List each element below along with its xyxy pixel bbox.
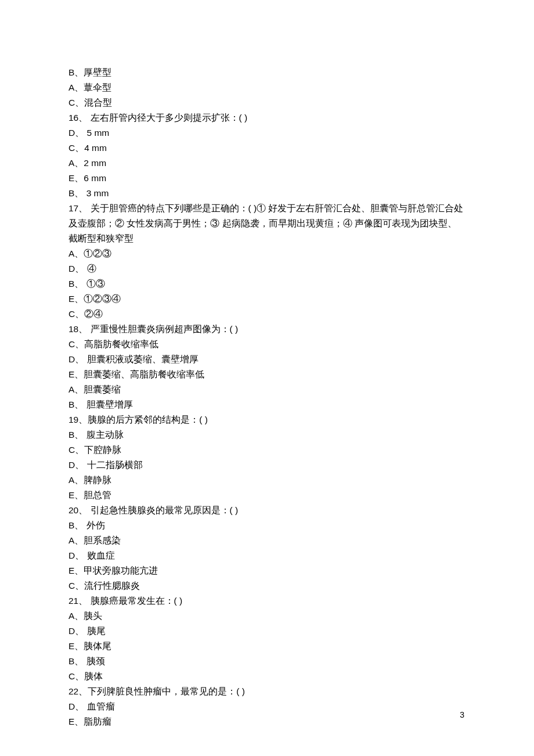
option-text: C、高脂肪餐收缩率低	[68, 337, 466, 352]
question-text: 22、下列脾脏良性肿瘤中，最常见的是：( )	[68, 684, 466, 699]
option-text: D、 胆囊积液或萎缩、囊壁增厚	[68, 352, 466, 367]
option-text: D、 败血症	[68, 548, 466, 563]
option-text: C、流行性腮腺炎	[68, 578, 466, 593]
option-text: E、6 mm	[68, 171, 466, 186]
option-text: E、胆囊萎缩、高脂肪餐收缩率低	[68, 367, 466, 382]
option-text: E、甲状旁腺功能亢进	[68, 563, 466, 578]
option-text: D、 血管瘤	[68, 699, 466, 714]
option-text: D、 胰尾	[68, 624, 466, 639]
option-text: A、胆系感染	[68, 533, 466, 548]
option-text: B、 ①③	[68, 276, 466, 291]
option-text: B、厚壁型	[68, 65, 466, 80]
option-text: C、混合型	[68, 95, 466, 110]
question-text: 17、 关于胆管癌的特点下列哪些是正确的：( )① 好发于左右肝管汇合处、胆囊管…	[68, 201, 466, 246]
option-text: A、胆囊萎缩	[68, 382, 466, 397]
option-text: D、 5 mm	[68, 125, 466, 141]
option-text: B、 外伤	[68, 518, 466, 533]
option-text: D、 十二指肠横部	[68, 458, 466, 473]
question-text: 19、胰腺的后方紧邻的结构是：( )	[68, 412, 466, 427]
page: B、厚壁型 A、蕈伞型 C、混合型 16、 左右肝管内径大于多少则提示扩张：( …	[0, 0, 534, 756]
option-text: B、 胰颈	[68, 654, 466, 669]
option-text: A、①②③	[68, 246, 466, 261]
page-number: 3	[460, 707, 464, 722]
option-text: D、 ④	[68, 261, 466, 276]
option-text: A、蕈伞型	[68, 80, 466, 95]
question-text: 18、 严重慢性胆囊炎病例超声图像为：( )	[68, 322, 466, 337]
option-text: C、下腔静脉	[68, 442, 466, 458]
option-text: B、 3 mm	[68, 186, 466, 201]
option-text: A、2 mm	[68, 156, 466, 171]
option-text: B、 腹主动脉	[68, 427, 466, 442]
option-text: E、胆总管	[68, 488, 466, 503]
option-text: E、脂肪瘤	[68, 714, 466, 729]
option-text: C、4 mm	[68, 141, 466, 156]
option-text: E、胰体尾	[68, 639, 466, 654]
option-text: E、①②③④	[68, 291, 466, 307]
question-text: 21、 胰腺癌最常发生在：( )	[68, 593, 466, 609]
question-text: 20、 引起急性胰腺炎的最常见原因是：( )	[68, 503, 466, 518]
option-text: C、胰体	[68, 669, 466, 684]
option-text: A、胰头	[68, 609, 466, 624]
question-text: 16、 左右肝管内径大于多少则提示扩张：( )	[68, 110, 466, 125]
option-text: A、脾静脉	[68, 473, 466, 488]
option-text: B、 胆囊壁增厚	[68, 397, 466, 412]
option-text: C、②④	[68, 307, 466, 322]
